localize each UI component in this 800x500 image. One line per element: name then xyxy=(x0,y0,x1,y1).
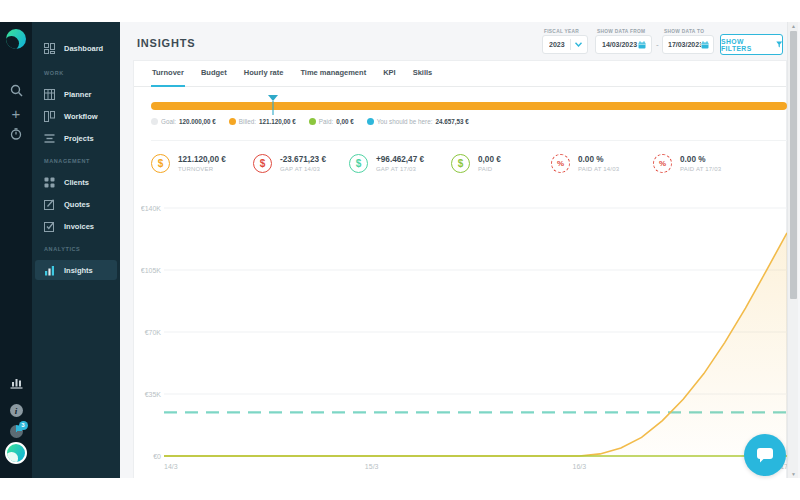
stat-label: GAP AT 14/03 xyxy=(280,166,326,172)
tab-kpi[interactable]: KPI xyxy=(382,61,397,87)
svg-text:€70K: €70K xyxy=(145,329,162,336)
stat-value: +96.462,47 € xyxy=(376,155,424,164)
legend-label: Billed: xyxy=(239,118,256,125)
content-panel: Turnover Budget Hourly rate Time managem… xyxy=(133,60,787,478)
stat-label: PAID AT 14/03 xyxy=(578,166,619,172)
sidebar-item-label: Dashboard xyxy=(64,44,103,53)
svg-text:€0: €0 xyxy=(153,453,161,460)
billed-dot xyxy=(229,118,236,125)
sidebar-rail: + i 3 xyxy=(0,22,32,478)
info-icon[interactable]: i xyxy=(0,404,32,417)
sidebar-item-quotes[interactable]: Quotes xyxy=(35,194,117,214)
stat-value: -23.671,23 € xyxy=(280,155,326,164)
should-be-here-dot xyxy=(367,118,374,125)
invoices-icon xyxy=(44,221,55,232)
chat-bubble-icon xyxy=(755,446,775,464)
stat-card-gap-14: $ -23.671,23 €GAP AT 14/03 xyxy=(253,154,326,173)
turnover-chart: €0€35K€70K€105K€140K14/315/316/317/3 xyxy=(141,201,791,473)
scrollbar-thumb[interactable] xyxy=(790,31,797,299)
search-icon[interactable] xyxy=(0,84,32,97)
dollar-icon: $ xyxy=(253,154,272,173)
tab-budget[interactable]: Budget xyxy=(200,61,228,87)
timer-icon[interactable] xyxy=(0,128,32,140)
sidebar-item-workflow[interactable]: Workflow xyxy=(35,106,117,126)
projects-icon xyxy=(44,133,55,144)
fiscal-year-label: FISCAL YEAR xyxy=(544,29,579,34)
legend-item-paid: Paid: 0,00 € xyxy=(309,118,354,125)
storage-badge: 3 xyxy=(19,421,28,430)
stat-label: PAID AT 17/03 xyxy=(680,166,721,172)
stat-label: TURNOVER xyxy=(178,166,226,172)
scroll-up-icon[interactable]: ▲ xyxy=(788,23,799,29)
dashboard-icon xyxy=(44,43,55,54)
stat-card-gap-17: $ +96.462,47 €GAP AT 17/03 xyxy=(349,154,424,173)
goal-dot xyxy=(151,118,158,125)
percent-icon: % xyxy=(551,154,570,173)
scroll-down-icon[interactable]: ▼ xyxy=(788,471,799,477)
goal-progress xyxy=(151,102,787,110)
divider xyxy=(151,140,787,141)
stat-label: GAP AT 17/03 xyxy=(376,166,424,172)
tab-hourly-rate[interactable]: Hourly rate xyxy=(243,61,285,87)
svg-text:€105K: €105K xyxy=(141,267,161,274)
vertical-scrollbar[interactable]: ▲ ▼ xyxy=(787,22,798,478)
dollar-icon: $ xyxy=(451,154,470,173)
reports-icon[interactable] xyxy=(0,377,32,389)
app-logo-icon[interactable] xyxy=(0,29,32,49)
stat-value: 121.120,00 € xyxy=(178,155,226,164)
tab-time-management[interactable]: Time management xyxy=(299,61,367,87)
sidebar-item-insights[interactable]: Insights xyxy=(35,260,117,280)
svg-text:16/3: 16/3 xyxy=(573,463,587,470)
stat-card-paid-14: % 0.00 %PAID AT 14/03 xyxy=(551,154,619,173)
chat-button[interactable] xyxy=(744,434,786,476)
svg-text:15/3: 15/3 xyxy=(365,463,379,470)
paid-dot xyxy=(309,118,316,125)
svg-text:€35K: €35K xyxy=(145,391,162,398)
fiscal-year-select[interactable]: 2023 xyxy=(542,35,588,54)
stat-card-paid: $ 0,00 €PAID xyxy=(451,154,501,173)
account-logo-icon[interactable] xyxy=(0,442,32,464)
legend-label: Goal: xyxy=(161,118,176,125)
sidebar-item-label: Clients xyxy=(64,178,89,187)
legend-value: 121.120,00 € xyxy=(259,118,296,125)
workflow-icon xyxy=(44,111,55,122)
stat-value: 0,00 € xyxy=(478,155,501,164)
date-from-label: SHOW DATA FROM xyxy=(597,29,645,34)
section-label-management: MANAGEMENT xyxy=(44,158,90,164)
legend-item-should-be-here: You should be here: 24.657,53 € xyxy=(367,118,469,125)
fiscal-year-value: 2023 xyxy=(549,41,566,48)
tab-skills[interactable]: Skills xyxy=(412,61,434,87)
divider xyxy=(570,39,571,50)
insights-icon xyxy=(44,265,55,276)
stat-card-turnover: $ 121.120,00 €TURNOVER xyxy=(151,154,226,173)
sidebar-item-projects[interactable]: Projects xyxy=(35,128,117,148)
legend-item-billed: Billed: 121.120,00 € xyxy=(229,118,296,125)
date-from-input[interactable]: 14/03/2023 xyxy=(595,35,652,54)
stat-value: 0.00 % xyxy=(680,155,721,164)
sidebar-item-clients[interactable]: Clients xyxy=(35,172,117,192)
legend-item-goal: Goal: 120.000,00 € xyxy=(151,118,216,125)
show-filters-button[interactable]: SHOW FILTERS xyxy=(720,34,783,55)
sidebar-item-planner[interactable]: Planner xyxy=(35,84,117,104)
sidebar-item-dashboard[interactable]: Dashboard xyxy=(35,38,117,58)
calendar-icon xyxy=(701,41,709,49)
stat-value: 0.00 % xyxy=(578,155,619,164)
storage-icon[interactable]: 3 xyxy=(0,425,32,438)
svg-text:€140K: €140K xyxy=(141,205,161,212)
sidebar-item-label: Quotes xyxy=(64,200,90,209)
date-to-input[interactable]: 17/03/2023 xyxy=(662,35,714,54)
planner-icon xyxy=(44,89,55,100)
sidebar-item-label: Insights xyxy=(64,266,93,275)
date-to-label: SHOW DATA TO xyxy=(664,29,704,34)
section-label-analytics: ANALYTICS xyxy=(44,246,80,252)
legend-label: Paid: xyxy=(319,118,333,125)
add-icon[interactable]: + xyxy=(0,105,32,122)
sidebar-item-invoices[interactable]: Invoices xyxy=(35,216,117,236)
logo-mark xyxy=(6,29,26,49)
legend-value: 120.000,00 € xyxy=(179,118,216,125)
tab-turnover[interactable]: Turnover xyxy=(151,61,185,87)
tab-bar: Turnover Budget Hourly rate Time managem… xyxy=(134,61,786,87)
progress-legend: Goal: 120.000,00 € Billed: 121.120,00 € … xyxy=(151,118,469,125)
app-window: + i 3 Dashboard WORK Planner Workflow xyxy=(0,22,800,478)
goal-marker-stem xyxy=(272,101,274,115)
